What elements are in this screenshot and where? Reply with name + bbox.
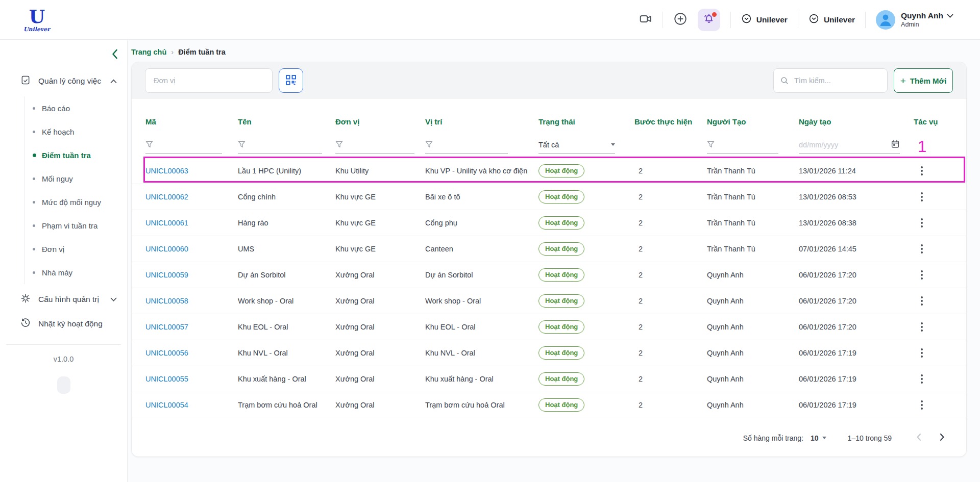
- row-actions-button[interactable]: [916, 189, 928, 205]
- table-row[interactable]: UNICL00062 Cổng chính Khu vực GE Bãi xe …: [132, 184, 966, 210]
- row-name: Lầu 1 HPC (Unility): [238, 167, 335, 175]
- row-code-link[interactable]: UNICL00054: [145, 401, 238, 409]
- row-creator: Quynh Anh: [707, 401, 799, 409]
- sidebar-group-work-management[interactable]: Quản lý công việc: [0, 69, 127, 93]
- row-actions-button[interactable]: [916, 267, 928, 283]
- sidebar-sub-item[interactable]: Kế hoạch: [24, 120, 127, 143]
- code-filter[interactable]: [145, 138, 222, 154]
- row-actions-button[interactable]: [916, 319, 928, 335]
- user-menu[interactable]: Quynh Anh Admin: [876, 10, 953, 30]
- table-row[interactable]: UNICL00063 Lầu 1 HPC (Unility) Khu Utili…: [132, 158, 966, 184]
- table-body: UNICL00063 Lầu 1 HPC (Unility) Khu Utili…: [132, 158, 966, 418]
- video-camera-button[interactable]: [639, 12, 652, 27]
- sidebar-sub-item[interactable]: Đơn vị: [24, 237, 127, 261]
- row-code-link[interactable]: UNICL00056: [145, 349, 238, 357]
- row-location: Work shop - Oral: [425, 297, 538, 305]
- unit-filter-input[interactable]: [145, 68, 273, 93]
- row-actions-button[interactable]: [916, 397, 928, 413]
- funnel-icon: [707, 141, 715, 148]
- row-name: Khu EOL - Oral: [238, 323, 335, 331]
- row-name: Cổng chính: [238, 193, 335, 201]
- status-badge: Hoạt động: [538, 398, 584, 412]
- unit-column-filter[interactable]: [335, 138, 414, 154]
- row-code-link[interactable]: UNICL00062: [145, 193, 238, 201]
- sidebar-group-admin-config[interactable]: Cấu hình quản trị: [0, 287, 127, 312]
- row-code-link[interactable]: UNICL00063: [145, 167, 238, 175]
- qr-code-button[interactable]: [279, 68, 303, 93]
- sidebar-sub-item[interactable]: Điểm tuần tra: [24, 143, 127, 167]
- row-actions-button[interactable]: [916, 293, 928, 309]
- table-row[interactable]: UNICL00061 Hàng rào Khu vực GE Cổng phụ …: [132, 210, 966, 236]
- funnel-icon: [335, 141, 343, 148]
- row-actions-button[interactable]: [916, 163, 928, 179]
- table-row[interactable]: UNICL00055 Khu xuất hàng - Oral Xưởng Or…: [132, 366, 966, 392]
- row-actions-button[interactable]: [916, 345, 928, 361]
- search-input[interactable]: [773, 68, 888, 93]
- row-creator: Quynh Anh: [707, 375, 799, 383]
- column-header-location: Vị trí: [425, 117, 538, 126]
- row-name: Khu xuất hàng - Oral: [238, 375, 335, 383]
- row-unit: Xưởng Oral: [335, 375, 425, 383]
- row-created: 06/01/2026 17:20: [799, 323, 914, 331]
- name-filter[interactable]: [238, 138, 322, 154]
- row-step: 2: [634, 167, 707, 175]
- row-creator: Trần Thanh Tú: [707, 245, 799, 253]
- sidebar-sub-item[interactable]: Mối nguy: [24, 167, 127, 190]
- sidebar-sub-item[interactable]: Phạm vi tuần tra: [24, 214, 127, 237]
- row-location: Trạm bơm cứu hoả Oral: [425, 401, 538, 409]
- row-actions-button[interactable]: [916, 215, 928, 231]
- row-unit: Khu vực GE: [335, 245, 425, 253]
- next-page-button[interactable]: [938, 431, 947, 445]
- status-badge: Hoạt động: [538, 372, 584, 386]
- table-row[interactable]: UNICL00059 Dự án Sorbitol Xưởng Oral Dự …: [132, 262, 966, 288]
- status-badge: Hoạt động: [538, 242, 584, 256]
- row-unit: Xưởng Oral: [335, 271, 425, 279]
- row-code-link[interactable]: UNICL00057: [145, 323, 238, 331]
- table-row[interactable]: UNICL00057 Khu EOL - Oral Xưởng Oral Khu…: [132, 314, 966, 340]
- sidebar-collapse-button[interactable]: [110, 48, 120, 61]
- sidebar-sub-item-label: Nhà máy: [42, 268, 72, 277]
- task-document-icon: [20, 75, 31, 87]
- location-filter[interactable]: [425, 138, 508, 154]
- table-row[interactable]: UNICL00060 UMS Khu vực GE Canteen Hoạt đ…: [132, 236, 966, 262]
- sidebar-group-label: Quản lý công việc: [38, 77, 101, 86]
- bullet-icon: [33, 271, 35, 274]
- table-row[interactable]: UNICL00058 Work shop - Oral Xưởng Oral W…: [132, 288, 966, 314]
- user-name: Quynh Anh: [901, 11, 943, 21]
- row-code-link[interactable]: UNICL00059: [145, 271, 238, 279]
- table-row[interactable]: UNICL00054 Trạm bơm cứu hoả Oral Xưởng O…: [132, 392, 966, 418]
- column-header-unit: Đơn vị: [335, 117, 425, 126]
- sidebar-sub-item[interactable]: Mức độ mối nguy: [24, 190, 127, 214]
- sidebar-sub-item[interactable]: Báo cáo: [24, 96, 127, 120]
- column-header-name: Tên: [238, 117, 335, 126]
- notifications-button[interactable]: [698, 9, 720, 31]
- table-row[interactable]: UNICL00056 Khu NVL - Oral Xưởng Oral Khu…: [132, 340, 966, 366]
- row-code-link[interactable]: UNICL00061: [145, 219, 238, 227]
- status-filter-select[interactable]: Tất cả: [538, 138, 615, 154]
- row-actions-button[interactable]: [916, 241, 928, 257]
- created-date-filter[interactable]: dd/mm/yyyy: [799, 138, 900, 154]
- row-unit: Khu Utility: [335, 167, 425, 175]
- chevron-down-icon: [947, 11, 953, 20]
- creator-filter[interactable]: [707, 138, 778, 154]
- row-location: Cổng phụ: [425, 219, 538, 227]
- chevron-left-icon: [916, 433, 921, 441]
- org-select-2[interactable]: Unilever: [808, 13, 855, 26]
- sidebar-sub-item[interactable]: Nhà máy: [24, 261, 127, 284]
- rows-per-page-select[interactable]: 10: [811, 434, 826, 442]
- topbar-divider: [730, 12, 731, 28]
- breadcrumb-home-link[interactable]: Trang chủ: [131, 48, 166, 56]
- sidebar-sub-item-label: Kế hoạch: [42, 128, 74, 136]
- row-code-link[interactable]: UNICL00055: [145, 375, 238, 383]
- row-code-link[interactable]: UNICL00058: [145, 297, 238, 305]
- org-select-1[interactable]: Unilever: [741, 13, 788, 26]
- previous-page-button[interactable]: [914, 431, 923, 445]
- row-code-link[interactable]: UNICL00060: [145, 245, 238, 253]
- topbar-divider: [798, 12, 798, 28]
- add-circle-button[interactable]: [673, 12, 688, 28]
- row-actions-button[interactable]: [916, 371, 928, 387]
- row-unit: Xưởng Oral: [335, 401, 425, 409]
- sidebar-item-activity-log[interactable]: Nhật ký hoạt động: [0, 312, 127, 336]
- add-new-button[interactable]: + Thêm Mới: [894, 68, 953, 93]
- qr-code-icon: [285, 74, 297, 87]
